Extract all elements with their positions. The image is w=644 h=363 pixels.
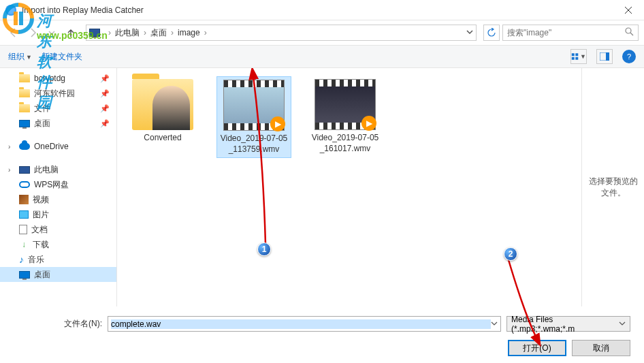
search-box[interactable] — [502, 25, 639, 41]
sidebar-item-河东软件园[interactable]: 河东软件园📌 — [0, 86, 116, 101]
pin-icon: 📌 — [100, 104, 110, 113]
chevron-down-icon: ▼ — [580, 53, 586, 60]
pin-icon: 📌 — [100, 74, 110, 83]
view-icons-button[interactable]: ▼ — [570, 49, 587, 64]
filename-input[interactable] — [111, 319, 491, 329]
breadcrumb-sep: › — [168, 28, 176, 37]
filter-text: Media Files (*.mp3;*.wma;*.m — [511, 315, 619, 334]
sidebar-item-label: 图片 — [33, 209, 49, 221]
sidebar-item-label: 视频 — [33, 194, 49, 206]
nav-recent-button[interactable] — [44, 25, 60, 41]
pc-icon — [19, 166, 30, 174]
img-icon — [19, 210, 29, 219]
cloud-icon — [19, 143, 30, 150]
sidebar-item-label: OneDrive — [34, 142, 69, 151]
breadcrumb-dropdown[interactable] — [466, 28, 473, 37]
sidebar-item-图片[interactable]: 图片 — [0, 207, 116, 222]
sidebar-item-label: 桌面 — [34, 118, 50, 129]
play-badge-icon: ▶ — [361, 116, 376, 131]
svg-rect-4 — [575, 57, 578, 60]
open-button[interactable]: 打开(O) — [508, 340, 566, 356]
breadcrumb[interactable]: › 此电脑 › 桌面 › image › — [86, 25, 477, 41]
help-button[interactable]: ? — [622, 50, 636, 63]
breadcrumb-sep: › — [202, 28, 210, 37]
file-label: Video_2019-07-05_161017.wmv — [310, 133, 380, 154]
filename-label: 文件名(N): — [14, 318, 102, 330]
organize-label: 组织 — [8, 52, 25, 61]
file-item[interactable]: ▶Video_2019-07-05_113759.wmv — [216, 76, 291, 158]
video-thumbnail-icon: ▶ — [315, 79, 376, 130]
sidebar-item-label: 桌面 — [34, 269, 50, 281]
sidebar-item-视频[interactable]: 视频 — [0, 192, 116, 207]
play-badge-icon: ▶ — [270, 116, 285, 131]
search-icon[interactable] — [625, 27, 634, 38]
app-icon — [5, 5, 16, 16]
breadcrumb-part[interactable]: image — [176, 28, 202, 37]
sidebar-item-WPS网盘[interactable]: WPS网盘 — [0, 177, 116, 192]
sidebar-item-文件[interactable]: 文件📌 — [0, 101, 116, 116]
sidebar-item-音乐[interactable]: ♪音乐 — [0, 252, 116, 267]
chevron-right-icon: › — [8, 143, 15, 151]
sidebar-item-下载[interactable]: ↓下载 — [0, 237, 116, 252]
file-item[interactable]: ▶Video_2019-07-05_161017.wmv — [308, 76, 383, 157]
sidebar-item-label: 河东软件园 — [34, 88, 75, 99]
breadcrumb-sep: › — [141, 28, 149, 37]
sidebar-item-label: 此电脑 — [34, 164, 59, 176]
sidebar-item-label: 音乐 — [28, 254, 44, 266]
cancel-button[interactable]: 取消 — [572, 340, 630, 356]
video-thumbnail-icon: ▶ — [223, 80, 285, 131]
folder-thumbnail-icon — [132, 79, 193, 130]
window-title: Import into Replay Media Catcher — [22, 5, 613, 15]
svg-rect-3 — [572, 57, 575, 60]
preview-placeholder: 选择要预览的文件。 — [587, 176, 639, 199]
new-folder-button[interactable]: 新建文件夹 — [42, 51, 82, 63]
sidebar-item-桌面[interactable]: 桌面 — [0, 267, 116, 282]
desktop-icon — [19, 120, 30, 127]
svg-point-0 — [626, 28, 631, 33]
doc-icon — [19, 225, 27, 234]
close-button[interactable] — [613, 0, 644, 20]
sidebar-item-bcryptdg[interactable]: bcryptdg📌 — [0, 71, 116, 86]
breadcrumb-part[interactable]: 此电脑 — [114, 27, 141, 39]
file-item[interactable]: Converted — [125, 76, 200, 146]
file-content-area[interactable]: Converted▶Video_2019-07-05_113759.wmv▶Vi… — [117, 68, 581, 306]
sidebar-item-label: WPS网盘 — [34, 179, 69, 191]
sidebar-item-label: 文件 — [34, 103, 50, 114]
sidebar: bcryptdg📌河东软件园📌文件📌桌面📌›OneDrive›此电脑WPS网盘视… — [0, 68, 117, 306]
nav-up-button[interactable] — [63, 25, 79, 41]
filename-combo[interactable] — [108, 316, 501, 332]
chevron-down-icon — [466, 29, 473, 35]
chevron-down-icon — [619, 319, 626, 329]
folder-icon — [19, 89, 30, 97]
folder-icon — [19, 104, 30, 112]
arrow-left-icon — [8, 27, 19, 38]
file-label: Video_2019-07-05_113759.wmv — [220, 133, 288, 155]
sidebar-item-桌面[interactable]: 桌面📌 — [0, 116, 116, 131]
search-input[interactable] — [507, 28, 625, 37]
arrow-right-icon — [27, 27, 38, 38]
sidebar-item-文档[interactable]: 文档 — [0, 222, 116, 237]
svg-rect-2 — [575, 53, 578, 56]
sidebar-item-OneDrive[interactable]: ›OneDrive — [0, 139, 116, 154]
close-icon — [625, 7, 632, 14]
annotation-marker-2: 2 — [504, 247, 517, 261]
chevron-down-icon — [48, 29, 55, 36]
file-label: Converted — [144, 133, 181, 144]
svg-rect-1 — [572, 53, 575, 56]
chevron-down-icon: ▼ — [26, 54, 32, 61]
breadcrumb-sep: › — [106, 28, 114, 37]
nav-forward-button[interactable] — [25, 25, 41, 41]
music-icon: ♪ — [19, 254, 24, 265]
organize-menu[interactable]: 组织▼ — [8, 51, 32, 63]
breadcrumb-part[interactable]: 桌面 — [149, 27, 168, 39]
view-preview-button[interactable] — [596, 49, 613, 64]
nav-back-button[interactable] — [5, 25, 22, 41]
vid-icon — [19, 195, 29, 204]
filetype-filter[interactable]: Media Files (*.mp3;*.wma;*.m — [506, 316, 630, 332]
chevron-down-icon[interactable] — [491, 319, 498, 329]
arrow-up-icon — [65, 27, 76, 38]
sidebar-item-label: bcryptdg — [34, 74, 65, 83]
refresh-button[interactable] — [483, 25, 500, 41]
sidebar-item-此电脑[interactable]: ›此电脑 — [0, 162, 116, 177]
chevron-right-icon: › — [8, 166, 15, 174]
